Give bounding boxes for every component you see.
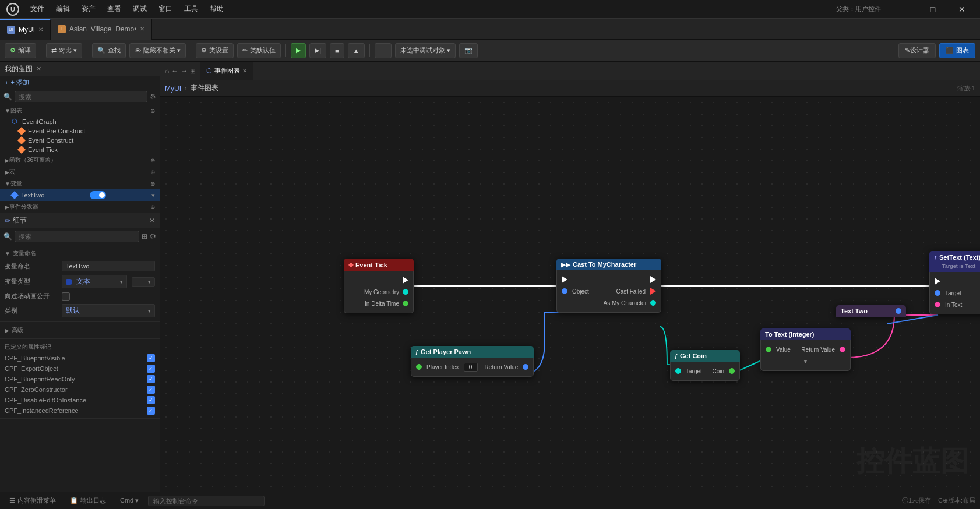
graph-section-add[interactable]: ⊕ bbox=[150, 108, 155, 114]
object-pin[interactable] bbox=[562, 288, 567, 294]
my-blueprint-close[interactable]: ✕ bbox=[36, 65, 41, 73]
to-text-value-pin[interactable] bbox=[766, 347, 771, 352]
sidebar-item-event-pre-construct[interactable]: Event Pre Construct bbox=[0, 126, 160, 136]
macros-section-header[interactable]: ▶ 宏 ⊕ bbox=[0, 166, 160, 178]
flag-check-4[interactable]: ✓ bbox=[147, 396, 155, 404]
my-geometry-pin[interactable] bbox=[403, 289, 408, 295]
flag-check-1[interactable]: ✓ bbox=[147, 365, 155, 373]
graph-canvas[interactable]: ◆ Event Tick My Geometry In Delta Time bbox=[160, 97, 980, 492]
node-cast-to-mycharacter[interactable]: ▶▶ Cast To MyCharacter Object Cast Faile… bbox=[556, 259, 661, 313]
search-input[interactable] bbox=[15, 91, 147, 102]
coin-output-pin[interactable] bbox=[729, 368, 735, 374]
menu-view[interactable]: 查看 bbox=[103, 3, 126, 15]
menu-edit[interactable]: 编辑 bbox=[51, 3, 75, 15]
search-options-icon[interactable]: ⚙ bbox=[150, 93, 156, 101]
stop-button[interactable]: ■ bbox=[330, 43, 344, 58]
return-value-pin[interactable] bbox=[523, 364, 528, 370]
breadcrumb-root[interactable]: MyUI bbox=[165, 84, 181, 93]
diff-button[interactable]: ⇄ 对比 ▾ bbox=[46, 43, 82, 58]
class-settings-button[interactable]: ⚙ 类设置 bbox=[196, 43, 234, 58]
minimize-button[interactable]: — bbox=[890, 0, 917, 19]
texttwo-toggle[interactable] bbox=[90, 191, 106, 199]
variables-section-header[interactable]: ▼ 变量 ⊕ bbox=[0, 178, 160, 189]
graph-section-header[interactable]: ▼ 图表 ⊕ bbox=[0, 105, 160, 116]
cmd-dropdown-button[interactable]: Cmd ▾ bbox=[115, 496, 143, 506]
tab-asian-village[interactable]: L Asian_Village_Demo• ✕ bbox=[51, 19, 152, 40]
category-select[interactable]: 默认 bbox=[62, 304, 155, 317]
compile-button[interactable]: ⚙ 编译 bbox=[5, 43, 36, 58]
dispatchers-section-header[interactable]: ▶ 事件分发器 ⊕ bbox=[0, 201, 160, 213]
pause-button[interactable]: ▲ bbox=[348, 43, 365, 58]
my-blueprint-header[interactable]: 我的蓝图 ✕ bbox=[0, 62, 160, 76]
nav-more-icon[interactable]: ⊞ bbox=[190, 67, 196, 75]
coin-target-pin[interactable] bbox=[675, 368, 681, 374]
sidebar-item-event-construct[interactable]: Event Construct bbox=[0, 136, 160, 145]
play-button[interactable]: ▶ bbox=[291, 43, 306, 58]
node-text-two[interactable]: Text Two bbox=[836, 305, 906, 317]
node-to-text-integer[interactable]: To Text (Integer) Value Return Value ▼ bbox=[760, 328, 851, 371]
macros-add-icon[interactable]: ⊕ bbox=[150, 169, 155, 175]
add-button[interactable]: + + 添加 bbox=[0, 76, 160, 89]
variable-type-secondary[interactable] bbox=[132, 277, 155, 287]
to-text-return-pin[interactable] bbox=[840, 347, 845, 352]
expose-checkbox[interactable] bbox=[62, 292, 70, 301]
find-button[interactable]: 🔍 查找 bbox=[92, 43, 126, 58]
node-get-player-pawn[interactable]: ƒ Get Player Pawn Player Index Return Va… bbox=[411, 346, 534, 377]
variable-section-title[interactable]: ▼ 变量命名 bbox=[5, 248, 155, 259]
menu-asset[interactable]: 资产 bbox=[77, 3, 100, 15]
node-get-coin[interactable]: ƒ Get Coin Target Coin bbox=[670, 350, 740, 381]
step-button[interactable]: ▶| bbox=[309, 43, 326, 58]
camera-button[interactable]: 📷 bbox=[459, 43, 478, 58]
texttwo-expand[interactable]: ▾ bbox=[151, 192, 155, 199]
maximize-button[interactable]: □ bbox=[919, 0, 946, 19]
flag-check-5[interactable]: ✓ bbox=[147, 407, 155, 415]
designer-button[interactable]: ✎ 设计器 bbox=[898, 43, 936, 58]
nav-home-icon[interactable]: ⌂ bbox=[165, 67, 169, 75]
details-search-input[interactable] bbox=[15, 231, 139, 242]
player-index-input[interactable] bbox=[464, 363, 478, 372]
variable-name-value[interactable]: TextTwo bbox=[62, 261, 155, 271]
in-delta-time-pin[interactable] bbox=[403, 301, 408, 306]
graph-button[interactable]: ⬛ 图表 bbox=[939, 43, 975, 58]
flag-check-0[interactable]: ✓ bbox=[147, 354, 155, 362]
event-graph-close[interactable]: ✕ bbox=[242, 68, 247, 74]
menu-help[interactable]: 帮助 bbox=[205, 3, 228, 15]
flag-check-2[interactable]: ✓ bbox=[147, 375, 155, 383]
class-defaults-button[interactable]: ✏ 类默认值 bbox=[237, 43, 281, 58]
menu-window[interactable]: 窗口 bbox=[154, 3, 177, 15]
content-drawer-button[interactable]: ☰ 内容侧滑菜单 bbox=[5, 495, 61, 506]
set-text-target-pin[interactable] bbox=[935, 290, 940, 296]
details-grid-view-icon[interactable]: ⊞ bbox=[142, 232, 147, 241]
hide-unrelated-button[interactable]: 👁 隐藏不相关 ▾ bbox=[129, 43, 186, 58]
node-event-tick[interactable]: ◆ Event Tick My Geometry In Delta Time bbox=[344, 259, 414, 313]
player-index-pin[interactable] bbox=[416, 364, 422, 370]
menu-file[interactable]: 文件 bbox=[26, 3, 49, 15]
dispatchers-add-icon[interactable]: ⊕ bbox=[150, 204, 155, 210]
tab-myui-close[interactable]: ✕ bbox=[38, 26, 43, 33]
sidebar-item-event-tick[interactable]: Event Tick bbox=[0, 145, 160, 154]
debug-object-select[interactable]: 未选中调试对象 ▾ bbox=[395, 43, 456, 58]
variables-add-icon[interactable]: ⊕ bbox=[150, 181, 155, 187]
nav-forward-icon[interactable]: → bbox=[181, 67, 188, 75]
advanced-title[interactable]: ▶ 高级 bbox=[5, 324, 155, 336]
details-settings-icon[interactable]: ⚙ bbox=[150, 232, 156, 241]
text-two-pin[interactable] bbox=[896, 308, 901, 314]
tab-myui[interactable]: UI MyUI ✕ bbox=[0, 19, 51, 40]
tab-asian-village-close[interactable]: ✕ bbox=[140, 26, 144, 32]
menu-tools[interactable]: 工具 bbox=[179, 3, 203, 15]
output-log-button[interactable]: 📋 输出日志 bbox=[65, 495, 111, 506]
tab-event-graph[interactable]: ⬡ 事件图表 ✕ bbox=[200, 62, 253, 80]
more-options-button[interactable]: ⋮ bbox=[375, 43, 392, 58]
nav-back-icon[interactable]: ← bbox=[171, 67, 178, 75]
functions-section-header[interactable]: ▶ 函数（36可覆盖） ⊕ bbox=[0, 154, 160, 166]
console-command-input[interactable] bbox=[148, 496, 265, 506]
to-text-expand[interactable]: ▼ bbox=[761, 355, 850, 367]
node-set-text[interactable]: ƒ SetText (Text) Target is Text Target bbox=[929, 251, 980, 314]
flag-check-3[interactable]: ✓ bbox=[147, 386, 155, 394]
variable-type-select[interactable]: 文本 bbox=[62, 275, 127, 288]
set-text-intext-pin[interactable] bbox=[935, 302, 940, 307]
menu-debug[interactable]: 调试 bbox=[128, 3, 151, 15]
variable-texttwo[interactable]: TextTwo ▾ bbox=[0, 189, 160, 201]
as-my-character-pin[interactable] bbox=[650, 300, 656, 306]
sidebar-item-eventgraph[interactable]: ⬡ EventGraph bbox=[0, 116, 160, 126]
